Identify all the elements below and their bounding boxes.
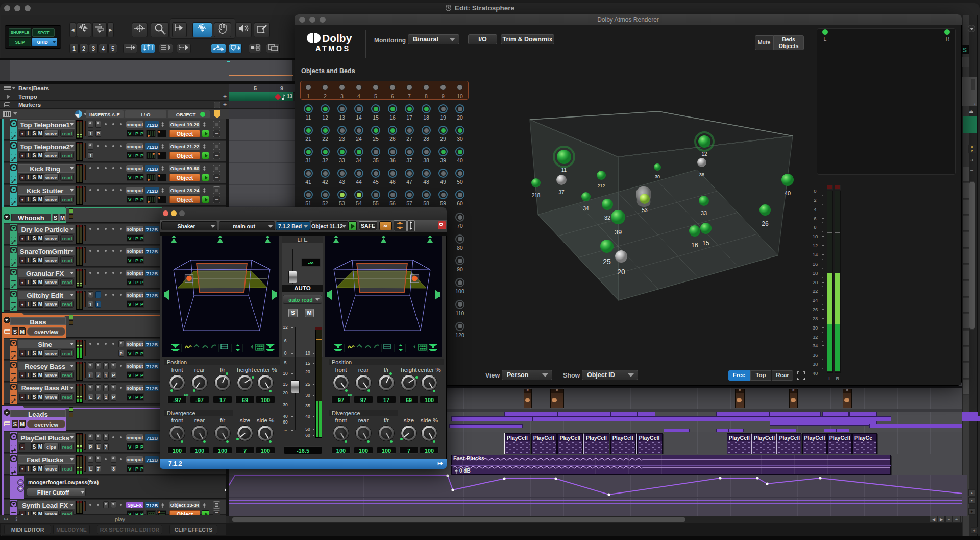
svg-text:218: 218 — [532, 193, 541, 198]
svg-text:33: 33 — [701, 210, 707, 216]
svg-text:37: 37 — [558, 190, 565, 195]
svg-text:38: 38 — [699, 172, 704, 177]
svg-text:39: 39 — [615, 228, 622, 236]
svg-text:11: 11 — [561, 167, 567, 173]
svg-text:212: 212 — [597, 183, 605, 189]
svg-text:25: 25 — [603, 257, 611, 266]
svg-text:15: 15 — [702, 240, 709, 247]
svg-text:40: 40 — [785, 190, 791, 196]
svg-text:34: 34 — [583, 206, 589, 212]
svg-text:32: 32 — [604, 215, 610, 221]
svg-text:53: 53 — [642, 207, 648, 213]
svg-text:ATMOS: ATMOS — [315, 44, 351, 53]
svg-text:20: 20 — [617, 268, 625, 276]
svg-text:Dolby: Dolby — [322, 32, 352, 44]
svg-text:30: 30 — [655, 174, 660, 179]
svg-text:16: 16 — [691, 242, 698, 249]
svg-text:26: 26 — [762, 220, 769, 227]
svg-text:12: 12 — [701, 151, 707, 157]
